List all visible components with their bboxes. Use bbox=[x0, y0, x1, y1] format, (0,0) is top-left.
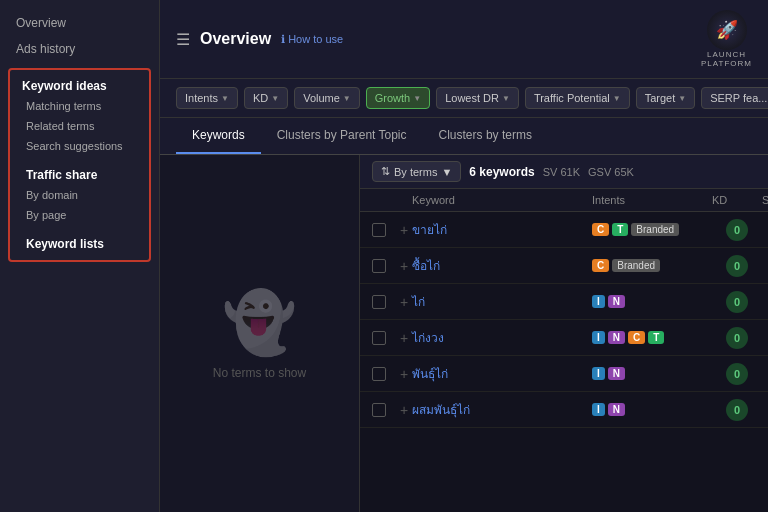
sidebar-nav: Overview Ads history bbox=[0, 10, 159, 62]
filter-lowest-dr[interactable]: Lowest DR ▼ bbox=[436, 87, 519, 109]
ghost-panel: 👻 No terms to show bbox=[160, 155, 360, 512]
intents-cell: CBranded bbox=[592, 259, 712, 272]
sidebar-keyword-ideas-section: Keyword ideas Matching terms Related ter… bbox=[8, 68, 151, 262]
col-sv-header: SV bbox=[762, 194, 768, 206]
sv-value: 15K bbox=[762, 331, 768, 345]
table-row: +ผสมพันธุ์ไก่IN030 bbox=[360, 392, 768, 428]
keyword-link[interactable]: ซื้อไก่ bbox=[412, 256, 592, 275]
main-content: ☰ Overview ℹ How to use 🚀 LAUNCHPLATFORM… bbox=[160, 0, 768, 512]
kd-cell: 0 bbox=[712, 219, 762, 241]
row-checkbox[interactable] bbox=[372, 331, 386, 345]
sidebar-item-by-domain[interactable]: By domain bbox=[14, 185, 145, 205]
branded-badge: Branded bbox=[631, 223, 679, 236]
keyword-link[interactable]: พันธุ์ไก่ bbox=[412, 364, 592, 383]
sidebar-keyword-lists-title: Keyword lists bbox=[14, 231, 145, 254]
keywords-table: ⇅ By terms ▼ 6 keywords SV 61K GSV 65K K… bbox=[360, 155, 768, 512]
sidebar-item-related-terms[interactable]: Related terms bbox=[14, 116, 145, 136]
add-keyword-button[interactable]: + bbox=[396, 258, 412, 274]
kd-badge: 0 bbox=[726, 363, 748, 385]
sv-value: 1.6K bbox=[762, 223, 768, 237]
add-keyword-button[interactable]: + bbox=[396, 330, 412, 346]
menu-icon[interactable]: ☰ bbox=[176, 30, 190, 49]
keyword-link[interactable]: ผสมพันธุ์ไก่ bbox=[412, 400, 592, 419]
kd-badge: 0 bbox=[726, 291, 748, 313]
kd-cell: 0 bbox=[712, 255, 762, 277]
sidebar-item-matching-terms[interactable]: Matching terms bbox=[14, 96, 145, 116]
intents-cell: IN bbox=[592, 403, 712, 416]
filter-volume[interactable]: Volume ▼ bbox=[294, 87, 360, 109]
filter-growth[interactable]: Growth ▼ bbox=[366, 87, 430, 109]
table-rows-container: +ขายไก่CTBranded01.6K+ซื้อไก่CBranded050… bbox=[360, 212, 768, 428]
chevron-down-icon: ▼ bbox=[613, 94, 621, 103]
filter-kd[interactable]: KD ▼ bbox=[244, 87, 288, 109]
gsv-label: GSV 65K bbox=[588, 166, 634, 178]
tab-keywords[interactable]: Keywords bbox=[176, 118, 261, 154]
add-keyword-button[interactable]: + bbox=[396, 294, 412, 310]
keyword-link[interactable]: ไก่งวง bbox=[412, 328, 592, 347]
intent-badge-i: I bbox=[592, 367, 605, 380]
intent-badge-t: T bbox=[648, 331, 664, 344]
filter-serp-features[interactable]: SERP fea... ▼ bbox=[701, 87, 768, 109]
kd-badge: 0 bbox=[726, 399, 748, 421]
col-keyword-header: Keyword bbox=[412, 194, 592, 206]
chevron-down-icon: ▼ bbox=[343, 94, 351, 103]
sidebar-item-by-page[interactable]: By page bbox=[14, 205, 145, 225]
col-kd-header: KD bbox=[712, 194, 762, 206]
table-row: +ขายไก่CTBranded01.6K bbox=[360, 212, 768, 248]
logo-icon: 🚀 bbox=[707, 10, 747, 50]
table-row: +ซื้อไก่CBranded050 bbox=[360, 248, 768, 284]
intent-badge-c: C bbox=[592, 259, 609, 272]
intents-cell: IN bbox=[592, 367, 712, 380]
sidebar-item-ads-history[interactable]: Ads history bbox=[0, 36, 159, 62]
row-checkbox[interactable] bbox=[372, 223, 386, 237]
intent-badge-i: I bbox=[592, 331, 605, 344]
sidebar: Overview Ads history Keyword ideas Match… bbox=[0, 0, 160, 512]
sidebar-traffic-share-title: Traffic share bbox=[14, 162, 145, 185]
intent-badge-i: I bbox=[592, 403, 605, 416]
how-to-use-link[interactable]: ℹ How to use bbox=[281, 33, 343, 46]
chevron-down-icon: ▼ bbox=[271, 94, 279, 103]
sort-icon: ⇅ bbox=[381, 165, 390, 178]
add-keyword-button[interactable]: + bbox=[396, 222, 412, 238]
sort-by-terms-button[interactable]: ⇅ By terms ▼ bbox=[372, 161, 461, 182]
add-keyword-button[interactable]: + bbox=[396, 402, 412, 418]
column-headers: Keyword Intents KD SV bbox=[360, 189, 768, 212]
sidebar-item-overview[interactable]: Overview bbox=[0, 10, 159, 36]
intent-badge-c: C bbox=[628, 331, 645, 344]
sv-value: 50 bbox=[762, 259, 768, 273]
row-checkbox[interactable] bbox=[372, 403, 386, 417]
intent-badge-n: N bbox=[608, 367, 625, 380]
ghost-text: No terms to show bbox=[213, 366, 306, 380]
kd-badge: 0 bbox=[726, 219, 748, 241]
filter-intents[interactable]: Intents ▼ bbox=[176, 87, 238, 109]
filter-traffic-potential[interactable]: Traffic Potential ▼ bbox=[525, 87, 630, 109]
logo-label: LAUNCHPLATFORM bbox=[701, 50, 752, 68]
sv-value: 450 bbox=[762, 367, 768, 381]
intents-cell: INCT bbox=[592, 331, 712, 344]
filter-bar: Intents ▼ KD ▼ Volume ▼ Growth ▼ Lowest … bbox=[160, 79, 768, 118]
col-intents-header: Intents bbox=[592, 194, 712, 206]
sv-value: 30 bbox=[762, 403, 768, 417]
chevron-down-icon: ▼ bbox=[502, 94, 510, 103]
kd-badge: 0 bbox=[726, 255, 748, 277]
table-row: +พันธุ์ไก่IN0450 bbox=[360, 356, 768, 392]
table-row: +ไก่งวงINCT015K bbox=[360, 320, 768, 356]
table-area: 👻 No terms to show ⇅ By terms ▼ 6 keywor… bbox=[160, 155, 768, 512]
intent-badge-t: T bbox=[612, 223, 628, 236]
kd-cell: 0 bbox=[712, 291, 762, 313]
tab-clusters-parent-topic[interactable]: Clusters by Parent Topic bbox=[261, 118, 423, 154]
keyword-link[interactable]: ขายไก่ bbox=[412, 220, 592, 239]
tab-clusters-by-terms[interactable]: Clusters by terms bbox=[423, 118, 548, 154]
intents-cell: IN bbox=[592, 295, 712, 308]
kd-cell: 0 bbox=[712, 363, 762, 385]
row-checkbox[interactable] bbox=[372, 367, 386, 381]
sidebar-item-search-suggestions[interactable]: Search suggestions bbox=[14, 136, 145, 156]
branded-badge: Branded bbox=[612, 259, 660, 272]
keyword-link[interactable]: ไก่ bbox=[412, 292, 592, 311]
filter-target[interactable]: Target ▼ bbox=[636, 87, 696, 109]
row-checkbox[interactable] bbox=[372, 295, 386, 309]
row-checkbox[interactable] bbox=[372, 259, 386, 273]
add-keyword-button[interactable]: + bbox=[396, 366, 412, 382]
intent-badge-c: C bbox=[592, 223, 609, 236]
kd-badge: 0 bbox=[726, 327, 748, 349]
